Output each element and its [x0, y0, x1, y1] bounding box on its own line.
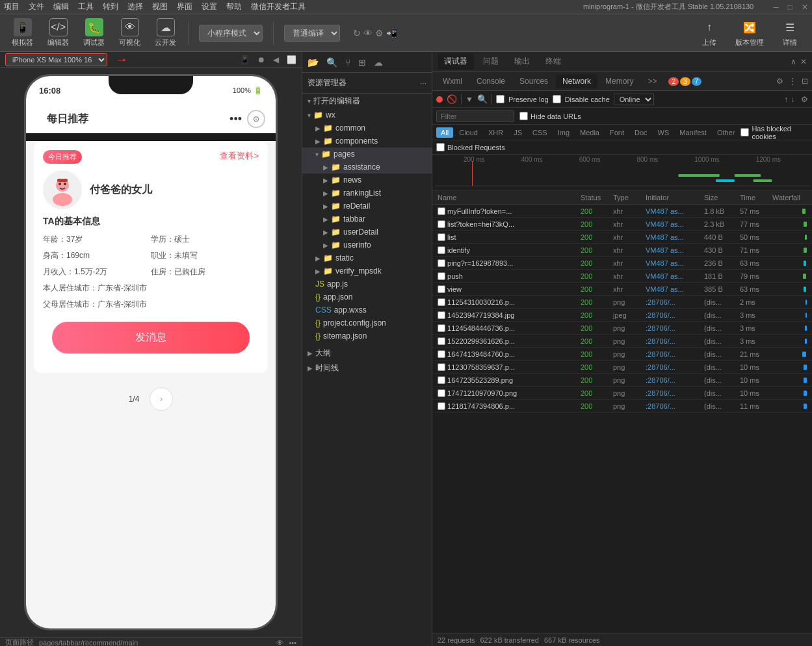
preserve-log-checkbox[interactable] — [496, 95, 504, 103]
home-icon[interactable]: ⬜ — [287, 55, 296, 64]
record-button[interactable] — [436, 96, 443, 103]
throttle-select[interactable]: Online — [614, 94, 654, 105]
table-row[interactable]: list?token=hei73kQ... 200 xhr VM487 as..… — [432, 218, 812, 231]
col-header-type[interactable]: Type — [610, 194, 643, 201]
tab-console[interactable]: Console — [470, 74, 512, 88]
tab-more[interactable]: >> — [641, 74, 663, 88]
type-font[interactable]: Font — [605, 127, 629, 138]
disable-cache-checkbox[interactable] — [553, 95, 561, 103]
menu-item-edit[interactable]: 编辑 — [53, 1, 69, 12]
type-js[interactable]: JS — [509, 127, 527, 138]
upload-button[interactable]: ↑ 上传 — [694, 16, 725, 50]
visual-button[interactable]: 👁 可视化 — [114, 16, 146, 50]
table-row[interactable]: myFullInfo?token=... 200 xhr VM487 as...… — [432, 205, 812, 218]
eye-icon[interactable]: 👁 — [363, 28, 373, 38]
back-icon[interactable]: ◀ — [273, 55, 279, 64]
git-icon[interactable]: ⑂ — [345, 57, 350, 68]
record-icon[interactable]: ⏺ — [257, 55, 265, 64]
filter-input[interactable] — [436, 110, 514, 122]
menu-item-tool[interactable]: 工具 — [78, 1, 94, 12]
tree-sitemapjson[interactable]: {} sitemap.json — [302, 329, 432, 342]
tree-appwxss[interactable]: CSS app.wxss — [302, 304, 432, 317]
tab-terminal[interactable]: 终端 — [539, 53, 568, 70]
table-row[interactable]: 11230758359637.p... 200 png :28706/... (… — [432, 361, 812, 374]
has-blocked-checkbox[interactable] — [740, 128, 749, 136]
hide-data-urls-checkbox[interactable] — [519, 112, 528, 120]
simulator-button[interactable]: 📱 模拟器 — [7, 16, 38, 50]
blocked-requests-label[interactable]: Blocked Requests — [436, 143, 505, 151]
editor-button[interactable]: </> 编辑器 — [42, 16, 74, 50]
close-button[interactable]: ✕ — [802, 3, 808, 12]
tree-open-editors[interactable]: ▾ 打开的编辑器 — [302, 94, 432, 109]
type-manifest[interactable]: Manifest — [675, 127, 711, 138]
tree-userdetail[interactable]: ▶ 📁 userDetail — [302, 226, 432, 239]
tab-issues[interactable]: 问题 — [477, 53, 505, 70]
col-header-initiator[interactable]: Initiator — [643, 194, 701, 201]
next-button[interactable]: › — [150, 387, 173, 411]
table-row[interactable]: 11254310030216.p... 200 png :28706/... (… — [432, 296, 812, 309]
dock-icon[interactable]: ⊡ — [802, 77, 808, 86]
eye-bottom-icon[interactable]: 👁 — [276, 639, 283, 647]
more-bottom-icon[interactable]: ••• — [289, 639, 296, 647]
table-row[interactable]: push 200 xhr VM487 as... 181 B 79 ms — [432, 270, 812, 283]
phone-outline-icon[interactable]: 📱 — [240, 55, 250, 64]
blocked-requests-checkbox[interactable] — [436, 143, 445, 151]
table-row[interactable]: identify 200 xhr VM487 as... 430 B 71 ms — [432, 244, 812, 257]
search-net-icon[interactable]: 🔍 — [477, 94, 488, 104]
menu-item-wechat[interactable]: 微信开发者工具 — [251, 1, 306, 12]
view-link[interactable]: 查看资料> — [220, 150, 259, 162]
tree-ranklist[interactable]: ▶ 📁 rankingList — [302, 187, 432, 200]
tree-static[interactable]: ▶ 📁 static — [302, 252, 432, 265]
table-row[interactable]: 11245484446736.p... 200 png :28706/... (… — [432, 322, 812, 335]
detail-button[interactable]: ☰ 详情 — [774, 16, 805, 50]
table-row[interactable]: 14523947719384.jpg 200 jpeg :28706/... (… — [432, 309, 812, 322]
col-header-status[interactable]: Status — [578, 194, 610, 201]
tree-timeline-section[interactable]: ▶ 时间线 — [302, 361, 432, 376]
tree-verify[interactable]: ▶ 📁 verify_mpsdk — [302, 265, 432, 278]
menu-item-view[interactable]: 视图 — [152, 1, 168, 12]
table-row[interactable]: view 200 xhr VM487 as... 385 B 63 ms — [432, 283, 812, 296]
type-css[interactable]: CSS — [528, 127, 552, 138]
type-cloud[interactable]: Cloud — [454, 127, 482, 138]
menu-item-settings[interactable]: 设置 — [202, 1, 217, 12]
col-header-size[interactable]: Size — [701, 194, 737, 201]
net-settings-icon[interactable]: ⚙ — [801, 95, 808, 104]
preserve-log-label[interactable]: Preserve log — [508, 96, 549, 103]
tab-output[interactable]: 输出 — [508, 53, 536, 70]
col-header-waterfall[interactable]: Waterfall — [770, 194, 809, 201]
table-row[interactable]: 15220299361626.p... 200 png :28706/... (… — [432, 335, 812, 348]
type-media[interactable]: Media — [575, 127, 604, 138]
settings-icon[interactable]: ⚙ — [375, 28, 384, 38]
menu-item-file[interactable]: 文件 — [29, 1, 44, 12]
version-button[interactable]: 🔀 版本管理 — [729, 16, 770, 50]
type-img[interactable]: Img — [553, 127, 574, 138]
cloud-button[interactable]: ☁ 云开发 — [150, 16, 181, 50]
compile-mode-select[interactable]: 普通编译 — [284, 25, 340, 42]
menu-item-project[interactable]: 项目 — [4, 1, 20, 12]
col-header-name[interactable]: Name — [435, 194, 578, 201]
type-doc[interactable]: Doc — [630, 127, 652, 138]
minimize-button[interactable]: ─ — [773, 3, 779, 12]
tree-projectjson[interactable]: {} project.config.json — [302, 317, 432, 329]
table-row[interactable]: ping?r=162987893... 200 xhr VM487 as... … — [432, 257, 812, 270]
tree-common[interactable]: ▶ 📁 common — [302, 122, 432, 135]
tree-news[interactable]: ▶ 📁 news — [302, 174, 432, 187]
tab-wxml[interactable]: Wxml — [436, 74, 469, 88]
tree-wx[interactable]: ▾ 📁 wx — [302, 109, 432, 122]
table-row[interactable]: list 200 xhr VM487 as... 440 B 50 ms — [432, 231, 812, 244]
refresh-icon[interactable]: ↻ — [353, 28, 361, 38]
close-devtools-icon[interactable]: ✕ — [800, 57, 807, 66]
device-select[interactable]: iPhone XS Max 100% 16 — [5, 53, 107, 66]
type-other[interactable]: Other — [713, 127, 740, 138]
tab-debugger[interactable]: 调试器 — [438, 53, 474, 70]
type-ws[interactable]: WS — [653, 127, 674, 138]
tree-appjs[interactable]: JS app.js — [302, 278, 432, 291]
table-row[interactable]: 17471210970970.png 200 png :28706/... (d… — [432, 387, 812, 400]
collapse-icon[interactable]: ∧ — [791, 57, 796, 66]
tree-tabbar[interactable]: ▶ 📁 tabbar — [302, 213, 432, 226]
explorer-more[interactable]: ··· — [420, 79, 426, 88]
mode-select[interactable]: 小程序模式 — [199, 25, 263, 42]
tree-pages[interactable]: ▾ 📁 pages — [302, 148, 432, 161]
debugger-button[interactable]: 🐛 调试器 — [78, 16, 110, 50]
menu-item-help[interactable]: 帮助 — [226, 1, 242, 12]
